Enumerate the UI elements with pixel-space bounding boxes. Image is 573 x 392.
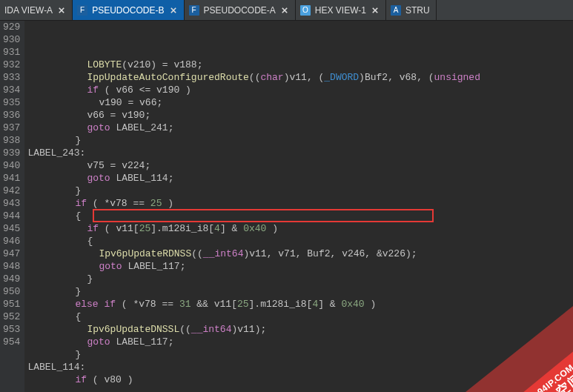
code-line[interactable]: } bbox=[27, 185, 480, 197]
code-line[interactable]: } bbox=[27, 285, 480, 298]
token: v66 bbox=[87, 110, 104, 121]
tab-ida-view-a[interactable]: IDA VIEW-A bbox=[0, 0, 73, 20]
code-line[interactable]: } bbox=[27, 134, 480, 147]
line-number: 929 bbox=[3, 21, 20, 33]
token: ; bbox=[156, 97, 162, 108]
token: v190 bbox=[99, 97, 122, 108]
token: == bbox=[156, 299, 179, 310]
code-line[interactable]: if ( *v78 == 25 ) bbox=[27, 197, 480, 210]
token: [ bbox=[208, 223, 214, 234]
token: { bbox=[75, 210, 81, 222]
code-line[interactable]: goto LABEL_114; bbox=[27, 172, 480, 185]
tab-pseudocode-b[interactable]: F PSEUDOCODE-B bbox=[73, 0, 184, 20]
close-icon[interactable] bbox=[57, 6, 66, 15]
code-line[interactable]: LOBYTE(v210) = v188; bbox=[27, 59, 480, 71]
tab-bar: IDA VIEW-A F PSEUDOCODE-B F PSEUDOCODE-A… bbox=[0, 0, 573, 21]
token: v188 bbox=[173, 59, 196, 70]
code-line[interactable]: v66 = v190; bbox=[27, 109, 480, 122]
token: 0x40 bbox=[341, 299, 364, 310]
token: 4 bbox=[214, 223, 220, 234]
code-line[interactable]: if ( v80 ) bbox=[27, 373, 480, 386]
code-line[interactable]: goto LABEL_241; bbox=[27, 122, 480, 134]
code-line[interactable]: } bbox=[27, 273, 480, 285]
line-number: 936 bbox=[3, 109, 20, 122]
token: v224 bbox=[122, 160, 145, 171]
code-line[interactable]: } bbox=[27, 348, 480, 361]
code-line[interactable]: IppUpdateAutoConfiguredRoute((char)v11, … bbox=[27, 71, 480, 84]
code-line[interactable]: Ipv6pUpdateDNSSL((__int64)v11); bbox=[27, 323, 480, 336]
code-area[interactable]: LOBYTE(v210) = v188;IppUpdateAutoConfigu… bbox=[24, 21, 480, 392]
token: 25 bbox=[150, 198, 162, 209]
close-icon[interactable] bbox=[371, 6, 380, 15]
code-line[interactable]: else if ( *v78 == 31 && v11[25].m128i_i8… bbox=[27, 298, 480, 310]
token: goto bbox=[87, 122, 110, 133]
code-line[interactable]: goto LABEL_117; bbox=[27, 336, 480, 348]
code-line[interactable]: { bbox=[27, 310, 480, 323]
token: LABEL_241 bbox=[116, 122, 168, 133]
code-line[interactable]: if ( v66 <= v190 ) bbox=[27, 84, 480, 96]
token: v226 bbox=[382, 248, 405, 259]
token: m128i_i8 bbox=[260, 299, 306, 310]
code-line[interactable]: Ipv6pUpdateRDNSS((__int64)v11, v71, Buf2… bbox=[27, 248, 480, 260]
token: , ( bbox=[417, 72, 434, 83]
code-line[interactable]: LABEL_114: bbox=[27, 361, 480, 373]
token: { bbox=[75, 311, 81, 322]
code-line[interactable]: LABEL_243: bbox=[27, 147, 480, 159]
token: IppUpdateAutoConfiguredRoute bbox=[87, 72, 248, 83]
token: v190 bbox=[122, 110, 145, 121]
code-editor[interactable]: 9299309319329339349359369379389399409419… bbox=[0, 21, 573, 392]
token: , bbox=[331, 248, 342, 259]
token: Ipv6pUpdateRDNSS bbox=[99, 248, 191, 259]
tab-label: PSEUDOCODE-B bbox=[92, 5, 164, 16]
token: if bbox=[87, 84, 99, 96]
token: (( bbox=[191, 248, 203, 259]
code-line[interactable]: if ( v11[25].m128i_i8[4] & 0x40 ) bbox=[27, 222, 480, 235]
token: v68 bbox=[400, 72, 417, 83]
token: [ bbox=[231, 299, 237, 310]
token: 25 bbox=[139, 223, 151, 234]
token: v75 bbox=[87, 160, 104, 171]
token: Buf2 bbox=[307, 248, 330, 259]
token: v11 bbox=[237, 324, 254, 335]
token: 31 bbox=[179, 299, 191, 310]
token: LABEL_114 bbox=[116, 173, 168, 184]
close-icon[interactable] bbox=[169, 6, 178, 15]
token: ; bbox=[145, 160, 150, 171]
code-line[interactable]: { bbox=[27, 235, 480, 248]
tab-hex-view-1[interactable]: O HEX VIEW-1 bbox=[296, 0, 386, 20]
token: ; bbox=[197, 59, 203, 70]
line-number: 935 bbox=[3, 96, 20, 109]
token: v71 bbox=[278, 248, 295, 259]
token: goto bbox=[87, 336, 110, 348]
structures-icon: A bbox=[391, 5, 401, 16]
code-line[interactable]: v190 = v66; bbox=[27, 96, 480, 109]
token: ]. bbox=[150, 223, 162, 234]
code-line[interactable]: goto LABEL_117; bbox=[27, 260, 480, 273]
token: LABEL_117 bbox=[116, 336, 168, 348]
line-number: 942 bbox=[3, 185, 20, 197]
token: v78 bbox=[110, 198, 127, 209]
line-number: 943 bbox=[3, 197, 20, 210]
token: v210 bbox=[127, 59, 150, 70]
code-line[interactable]: v75 = v224; bbox=[27, 159, 480, 172]
token: ) bbox=[162, 198, 173, 209]
token: ) bbox=[365, 299, 377, 310]
line-number: 945 bbox=[3, 222, 20, 235]
token: 25 bbox=[237, 299, 249, 310]
token: } bbox=[75, 135, 81, 146]
close-icon[interactable] bbox=[280, 6, 289, 15]
token: ] & bbox=[318, 299, 341, 310]
tab-pseudocode-a[interactable]: F PSEUDOCODE-A bbox=[185, 0, 296, 20]
token: = bbox=[122, 97, 139, 108]
line-number: 952 bbox=[3, 310, 20, 323]
token: char bbox=[260, 72, 283, 83]
token: goto bbox=[87, 173, 110, 184]
token: LABEL_243: bbox=[27, 147, 85, 159]
token: ) bbox=[266, 223, 278, 234]
line-number: 932 bbox=[3, 59, 20, 71]
code-line[interactable]: { bbox=[27, 210, 480, 222]
token: ( bbox=[87, 374, 104, 385]
tab-structures[interactable]: A STRU bbox=[386, 0, 437, 20]
token: ; bbox=[168, 122, 174, 133]
line-number: 947 bbox=[3, 248, 20, 260]
